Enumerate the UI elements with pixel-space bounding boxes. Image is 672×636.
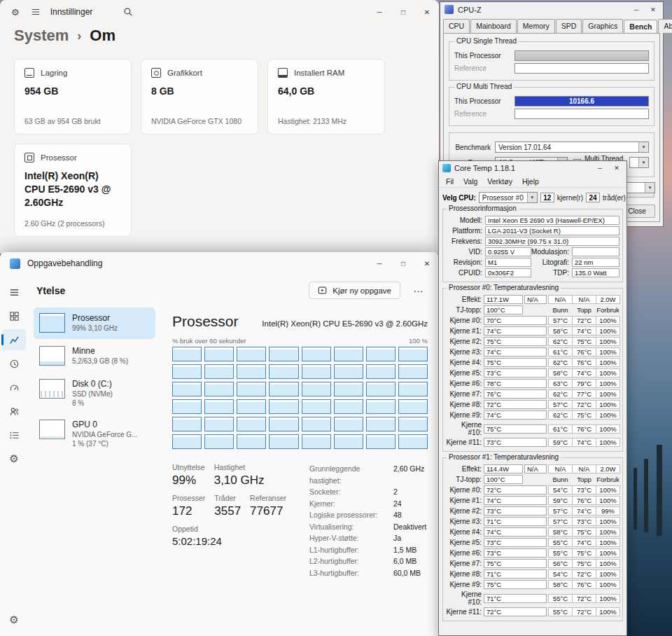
core-temp-value: 74°C <box>484 527 547 537</box>
cpu-core-graph <box>334 434 363 449</box>
nav-performance-button[interactable] <box>2 329 26 350</box>
nav-services-button[interactable]: ⚙ <box>2 448 26 469</box>
close-button[interactable]: ✕ <box>415 2 439 22</box>
core-temp-min: 54°C <box>548 569 573 579</box>
core-temp-min: 62°C <box>548 410 573 420</box>
more-options-button[interactable]: … <box>407 282 429 298</box>
nav-startup-apps-button[interactable] <box>2 377 26 398</box>
run-new-task-button[interactable]: Kjør ny oppgave <box>309 282 400 299</box>
core-temp-row: Kjerne #11: 73°C 59°C 74°C 100% <box>446 438 620 447</box>
sidebar-item[interactable]: GPU 0 NVIDIA GeForce G... 1 % (37 °C) <box>34 414 155 453</box>
select-cpu-dropdown[interactable]: Prosessor #0 ▾ <box>479 192 538 203</box>
settings-gear-icon[interactable]: ⚙ <box>9 614 18 626</box>
info-card: Lagring 954 GB 63 GB av 954 GB brukt <box>14 59 132 134</box>
breadcrumb-parent[interactable]: System <box>14 27 69 45</box>
select-cpu-value: Prosessor #0 <box>482 194 524 202</box>
cpu-core-graph <box>302 417 331 431</box>
spec-value: 60,0 MB <box>393 567 421 579</box>
cpuz-tab[interactable]: Bench <box>624 20 657 34</box>
core-temp-titlebar[interactable]: Core Temp 1.18.1 ─ ✕ <box>439 161 626 175</box>
core-temp-min: 55°C <box>548 607 573 616</box>
spec-label: L2-hurtigbuffer: <box>309 555 393 567</box>
spec-label: Logiske prosessorer: <box>309 509 393 521</box>
core-temp-row: Kjerne #9: 75°C 58°C 76°C 100% <box>446 580 620 589</box>
cpuz-app-icon <box>444 5 454 14</box>
group-label: Prosessor #0: Temperaturavlesning <box>447 284 561 291</box>
nav-details-button[interactable] <box>2 424 26 445</box>
cpuz-tab[interactable]: CPU <box>443 19 470 33</box>
spec-value: 1,5 MB <box>393 544 416 556</box>
core-temp-value: 74°C <box>484 496 547 505</box>
close-button[interactable]: ✕ <box>645 4 662 15</box>
benchmark-version-select[interactable]: Version 17.01.64 ▾ <box>495 141 649 153</box>
core-load: 100% <box>596 538 620 547</box>
cpuz-tab[interactable]: SPD <box>556 19 582 33</box>
core-load: 100% <box>596 607 620 616</box>
core-load: 100% <box>596 347 620 357</box>
cpuz-tab[interactable]: About <box>658 19 672 33</box>
cpu-core-graph <box>172 364 202 379</box>
core-label: Kjerne #2: <box>446 338 484 345</box>
stat-label: Hastighet <box>214 463 265 471</box>
nav-processes-button[interactable] <box>2 305 26 326</box>
sidebar-item[interactable]: Disk 0 (C:) SSD (NVMe) 8 % <box>34 373 155 413</box>
sidebar-item[interactable]: Prosessor 99% 3,10 GHz <box>34 307 155 339</box>
card-label: Grafikkort <box>167 69 202 77</box>
core-temp-min: 57°C <box>548 506 573 516</box>
tjmax-row: TJ-topp: 100°C Bunn Topp Forbruk <box>446 475 620 484</box>
minimize-button[interactable]: ─ <box>368 254 391 273</box>
menu-item[interactable]: Valg <box>458 177 482 186</box>
stat: Tråder 3557 <box>214 494 241 518</box>
thread-ratio-spinner[interactable]: ▾ <box>629 157 649 168</box>
core-temp-value: 73°C <box>484 368 547 378</box>
core-temp-value: 73°C <box>484 538 547 547</box>
minimize-button[interactable]: ─ <box>368 2 391 22</box>
info-value: LGA 2011-V3 (Socket R) <box>485 226 620 235</box>
spec-label: L3-hurtigbuffer: <box>309 567 393 579</box>
sidebar-item-detail2: 8 % <box>72 399 113 407</box>
core-temp-row: Kjerne #4: 74°C 58°C 75°C 100% <box>446 527 620 537</box>
cpu-core-graph <box>237 434 266 449</box>
nav-app-history-button[interactable] <box>2 353 26 374</box>
cpuz-tab[interactable]: Graphics <box>582 19 623 33</box>
chevron-down-icon: ▾ <box>645 183 654 193</box>
close-button[interactable]: ✕ <box>415 254 439 273</box>
menu-item[interactable]: Verktøy <box>482 177 517 186</box>
core-label: Kjerne #2: <box>446 507 484 515</box>
core-temp-max: 74°C <box>572 326 596 336</box>
core-load: 100% <box>596 368 620 378</box>
hamburger-menu-icon[interactable] <box>31 7 41 17</box>
core-temp-value: 75°C <box>484 337 547 346</box>
task-manager-titlebar[interactable]: Oppgavebehandling ─ □ ✕ <box>0 252 439 275</box>
card-icon <box>278 68 288 78</box>
maximize-button[interactable]: □ <box>391 254 415 273</box>
cpuz-validate-select[interactable]: ▾ <box>623 182 655 193</box>
search-icon[interactable] <box>123 7 133 17</box>
settings-titlebar[interactable]: ⚙ Innstillinger ─ □ ✕ <box>0 0 439 24</box>
cpuz-titlebar[interactable]: CPU-Z ─ ✕ <box>440 2 663 17</box>
menu-item[interactable]: Hjelp <box>517 177 544 186</box>
core-load: 100% <box>596 517 620 526</box>
spec-row: Hyper-V-støtte: Ja <box>309 532 428 544</box>
close-button[interactable]: ✕ <box>608 163 625 174</box>
maximize-button[interactable]: □ <box>391 2 415 22</box>
menu-item[interactable]: Fil <box>441 177 458 186</box>
cpuz-tab[interactable]: Mainboard <box>470 19 517 33</box>
core-temp-max: 75°C <box>572 548 596 558</box>
cpuz-tab[interactable]: Memory <box>517 19 555 33</box>
minimize-button[interactable]: ─ <box>628 4 645 15</box>
minimize-button[interactable]: ─ <box>592 163 608 174</box>
about-cards: Lagring 954 GB 63 GB av 954 GB brukt Gra… <box>0 45 439 237</box>
sidebar-item-name: GPU 0 <box>72 420 137 429</box>
core-temp-min: 58°C <box>548 326 573 336</box>
core-temp-max: 75°C <box>572 410 596 420</box>
tjmax-value: 100°C <box>484 305 523 314</box>
nav-menu-button[interactable] <box>2 282 26 303</box>
this-processor-label: This Processor <box>454 97 514 105</box>
core-temp-value: 72°C <box>484 400 547 409</box>
nav-users-button[interactable] <box>2 401 26 422</box>
core-temp-min: 55°C <box>548 594 573 603</box>
sidebar-item[interactable]: Minne 5,2/63,9 GB (8 %) <box>34 340 155 372</box>
temperature-group: Prosessor #0: Temperaturavlesning Effekt… <box>442 288 623 452</box>
core-temp-row: Kjerne #0: 72°C 54°C 73°C 100% <box>446 485 620 495</box>
